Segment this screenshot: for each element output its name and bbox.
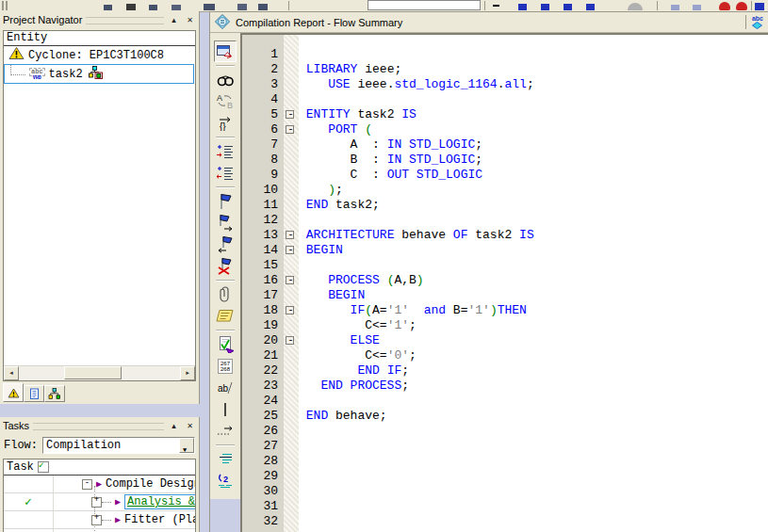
code-line: 28 [242, 454, 768, 469]
fold-cell [284, 92, 299, 107]
svg-text:B: B [227, 101, 233, 109]
spell-abc-icon[interactable]: abc [752, 15, 763, 29]
task-label[interactable]: Analysis & Synthe [124, 494, 196, 509]
horizontal-scrollbar[interactable] [4, 365, 195, 380]
line-number: 2 [242, 62, 284, 77]
scrollbar-track[interactable] [19, 366, 180, 380]
line-count-button[interactable]: 267268 [214, 355, 237, 377]
toolbar-separator [216, 280, 235, 281]
tab-files[interactable] [24, 385, 44, 402]
indent-increase-button[interactable] [214, 140, 237, 162]
auto-indent-button[interactable]: 2 [214, 470, 237, 492]
spell-check-button[interactable]: ab [214, 377, 237, 398]
replace-button[interactable]: AB [214, 90, 237, 112]
bookmark-clear-all-button[interactable] [214, 255, 237, 277]
tree-column-header[interactable]: Entity [4, 31, 195, 46]
toolbar-icon[interactable] [755, 3, 764, 10]
fold-cell [284, 484, 299, 499]
tree-item-label: task2 [49, 68, 83, 81]
fold-marker[interactable] [286, 276, 294, 284]
fold-cell [284, 47, 299, 62]
collapse-panel-button[interactable] [168, 420, 180, 432]
code-line: 14 BEGIN [242, 243, 768, 258]
fold-marker[interactable] [286, 246, 294, 254]
toolbar-icon[interactable] [564, 4, 572, 10]
find-button[interactable] [214, 69, 237, 90]
toolbar-icon[interactable] [736, 2, 747, 10]
expand-toggle[interactable] [91, 515, 102, 525]
flow-row: Flow: Compilation [0, 434, 199, 454]
task-table-header[interactable]: Task [4, 459, 195, 476]
special-characters-button[interactable] [214, 420, 237, 442]
bookmark-previous-button[interactable] [214, 234, 237, 255]
toolbar-icon[interactable] [628, 3, 643, 10]
task-header-label: Task [7, 460, 34, 474]
fold-marker[interactable] [286, 110, 294, 119]
toolbar-combobox[interactable] [368, 0, 481, 10]
fold-marker[interactable] [286, 231, 294, 239]
code-line: 1 [242, 47, 768, 62]
flow-combobox[interactable]: Compilation [42, 437, 195, 454]
titlebar-grip [86, 17, 164, 24]
insert-bar-button[interactable] [214, 398, 237, 420]
fold-marker[interactable] [286, 336, 294, 345]
fold-cell [284, 318, 299, 333]
toolbar-icon[interactable] [541, 4, 549, 10]
task-row[interactable]: Fitter (Place & R [4, 511, 195, 529]
toolbar-icon[interactable] [719, 2, 730, 10]
toolbar-icon[interactable] [104, 5, 112, 10]
toolbar-icon[interactable] [204, 4, 215, 10]
code-line: 3 USE ieee.std_logic_1164.all; [242, 77, 768, 92]
toolbar-icon[interactable] [258, 4, 268, 10]
fold-marker[interactable] [286, 125, 294, 134]
analyze-file-button[interactable] [214, 333, 237, 355]
bookmark-toggle-button[interactable] [214, 190, 237, 212]
expand-toggle[interactable] [82, 479, 92, 490]
toolbar-icon[interactable] [172, 5, 181, 10]
fold-marker[interactable] [286, 306, 294, 314]
toolbar-icon[interactable] [586, 4, 595, 10]
toolbar-icon[interactable] [149, 5, 157, 10]
toolbar-icon[interactable] [126, 4, 136, 10]
bookmark-next-button[interactable] [214, 212, 237, 234]
open-file-button[interactable] [214, 40, 237, 62]
fold-cell [284, 258, 299, 273]
line-number: 1 [242, 47, 284, 62]
task-row[interactable]: Analysis & Synthe [4, 493, 195, 511]
toolbar-separator [751, 1, 752, 10]
combobox-dropdown-button[interactable] [179, 438, 194, 453]
insert-template-button[interactable] [214, 305, 237, 327]
line-number: 8 [242, 153, 284, 168]
run-task-arrow-icon [115, 514, 121, 525]
vhd-file-icon: abcVHD [29, 68, 45, 81]
task-label[interactable]: Fitter (Place & R [124, 513, 196, 526]
task-label[interactable]: Compile Design [106, 477, 196, 491]
indent-guides-button[interactable] [214, 448, 237, 470]
tab-hierarchy-warning[interactable] [3, 383, 24, 402]
toolbar-icon[interactable] [237, 4, 247, 10]
scroll-left-button[interactable] [4, 366, 19, 380]
task-row[interactable]: Compile Design [4, 476, 195, 493]
expand-toggle[interactable] [91, 497, 102, 508]
close-panel-button[interactable] [184, 14, 196, 26]
code-editor[interactable]: 12 LIBRARY ieee;3 USE ieee.std_logic_116… [240, 33, 768, 532]
fold-cell [284, 514, 299, 529]
close-panel-button[interactable] [184, 420, 196, 432]
tree-item-device[interactable]: Cyclone: EP1C3T100C8 [4, 46, 195, 64]
match-brace-button[interactable]: {} [214, 112, 237, 134]
tab-design-units[interactable] [44, 385, 65, 402]
scroll-right-button[interactable] [180, 366, 195, 380]
collapse-panel-button[interactable] [168, 14, 180, 26]
toolbar-icon[interactable] [693, 5, 701, 10]
task-status-cell [4, 494, 53, 509]
project-navigator-panel: Project Navigator Entity Cyclone: EP1C3T… [0, 11, 200, 404]
scrollbar-thumb[interactable] [64, 366, 123, 379]
indent-decrease-button[interactable] [214, 162, 237, 184]
code-line: 16 PROCESS (A,B) [242, 273, 768, 288]
attach-file-button[interactable] [214, 283, 237, 305]
toolbar-icon[interactable] [671, 5, 679, 10]
tree-item-task2[interactable]: abcVHD task2 [4, 64, 194, 84]
toolbar-icon[interactable] [493, 5, 499, 7]
toolbar-icon[interactable] [518, 4, 527, 10]
fold-cell [284, 168, 299, 183]
